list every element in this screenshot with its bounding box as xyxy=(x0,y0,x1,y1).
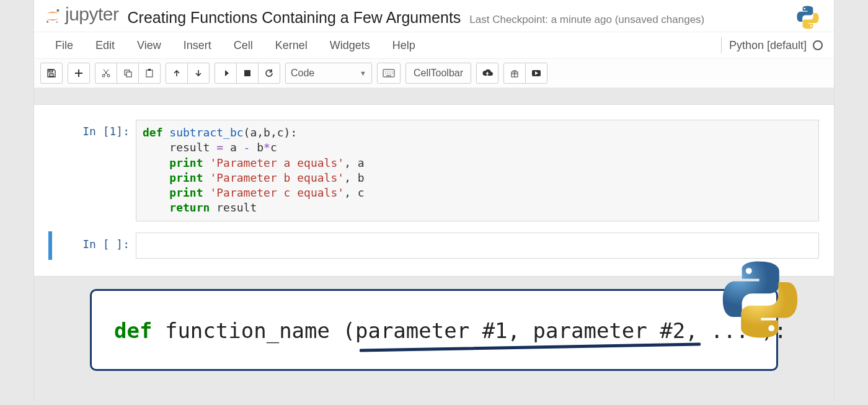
notebook-body: In [1]: def subtract_bc(a,b,c): result =… xyxy=(34,88,834,402)
svg-point-16 xyxy=(768,325,774,331)
stop-icon xyxy=(244,69,251,77)
video-icon xyxy=(531,69,541,77)
run-group xyxy=(215,63,280,84)
svg-point-2 xyxy=(56,22,58,24)
cell-toolbar-button[interactable]: CellToolbar xyxy=(405,63,471,84)
svg-point-1 xyxy=(46,20,49,23)
kernel-idle-icon xyxy=(813,40,823,50)
gift-icon xyxy=(510,69,519,78)
svg-point-15 xyxy=(746,268,752,274)
notebook-header: jupyter Creating Functions Containing a … xyxy=(34,0,834,32)
checkpoint-text: Last Checkpoint: a minute ago (unsaved c… xyxy=(469,14,704,26)
menu-kernel[interactable]: Kernel xyxy=(264,33,319,58)
move-down-button[interactable] xyxy=(187,63,210,84)
cloud-button[interactable] xyxy=(476,63,498,84)
menu-insert[interactable]: Insert xyxy=(172,33,223,58)
underline-icon xyxy=(360,342,701,354)
svg-rect-10 xyxy=(148,69,151,71)
kernel-status: Python [default] xyxy=(721,37,823,53)
cut-button[interactable] xyxy=(95,63,117,84)
copy-button[interactable] xyxy=(117,63,139,84)
add-cell-button[interactable] xyxy=(68,63,90,84)
gift-button[interactable] xyxy=(503,63,526,84)
cell-type-select[interactable]: Code ▼ xyxy=(285,63,372,84)
cut-icon xyxy=(101,68,111,78)
menu-widgets[interactable]: Widgets xyxy=(319,33,381,58)
move-up-button[interactable] xyxy=(166,63,188,84)
cell-type-value: Code xyxy=(291,68,314,79)
save-button[interactable] xyxy=(40,63,63,84)
notebook-container: jupyter Creating Functions Containing a … xyxy=(33,0,835,402)
notebook-title[interactable]: Creating Functions Containing a Few Argu… xyxy=(128,9,461,27)
paste-button[interactable] xyxy=(138,63,161,84)
svg-rect-9 xyxy=(146,70,153,77)
syntax-illustration: def function_name (parameter #1, paramet… xyxy=(90,289,778,371)
input-prompt: In [1]: xyxy=(49,120,136,221)
menu-view[interactable]: View xyxy=(126,33,172,58)
python-logo-icon xyxy=(794,4,822,31)
save-icon xyxy=(46,68,56,78)
menu-file[interactable]: File xyxy=(44,33,84,58)
svg-point-0 xyxy=(56,9,59,12)
syntax-def-keyword: def xyxy=(114,318,152,343)
stop-button[interactable] xyxy=(236,63,259,84)
kernel-name: Python [default] xyxy=(729,39,807,52)
svg-point-3 xyxy=(804,8,805,10)
svg-point-4 xyxy=(810,25,812,27)
menu-help[interactable]: Help xyxy=(381,33,427,58)
code-cell[interactable]: In [1]: def subtract_bc(a,b,c): result =… xyxy=(49,118,819,223)
code-cell[interactable]: In [ ]: xyxy=(49,231,819,260)
keyboard-icon xyxy=(383,69,395,78)
input-prompt: In [ ]: xyxy=(49,233,136,259)
run-icon xyxy=(221,69,230,78)
run-button[interactable] xyxy=(215,63,237,84)
jupyter-logo-text: jupyter xyxy=(65,4,119,25)
jupyter-logo[interactable]: jupyter xyxy=(44,4,119,25)
jupyter-icon xyxy=(44,7,61,25)
restart-icon xyxy=(264,68,274,78)
code-input[interactable] xyxy=(136,233,819,259)
chevron-down-icon: ▼ xyxy=(360,69,366,77)
syntax-function-name: function_name xyxy=(165,318,330,343)
keyboard-button[interactable] xyxy=(377,63,401,84)
menubar: File Edit View Insert Cell Kernel Widget… xyxy=(34,32,834,59)
video-button[interactable] xyxy=(525,63,547,84)
add-icon xyxy=(74,69,83,78)
menu-edit[interactable]: Edit xyxy=(84,33,126,58)
arrow-up-icon xyxy=(172,69,181,78)
python-logo-icon xyxy=(717,256,804,343)
svg-rect-8 xyxy=(126,72,131,77)
code-input[interactable]: def subtract_bc(a,b,c): result = a - b*c… xyxy=(136,120,819,221)
move-group xyxy=(166,63,210,84)
menu-cell[interactable]: Cell xyxy=(223,33,264,58)
svg-rect-11 xyxy=(244,70,250,76)
copy-icon xyxy=(123,68,133,78)
paste-icon xyxy=(144,68,154,78)
arrow-down-icon xyxy=(194,69,203,78)
extra-group xyxy=(503,63,547,84)
cloud-upload-icon xyxy=(482,69,493,78)
edit-group xyxy=(95,63,161,84)
toolbar: Code ▼ CellToolbar xyxy=(34,59,834,88)
restart-button[interactable] xyxy=(258,63,280,84)
notebook-inner: In [1]: def subtract_bc(a,b,c): result =… xyxy=(34,104,834,277)
